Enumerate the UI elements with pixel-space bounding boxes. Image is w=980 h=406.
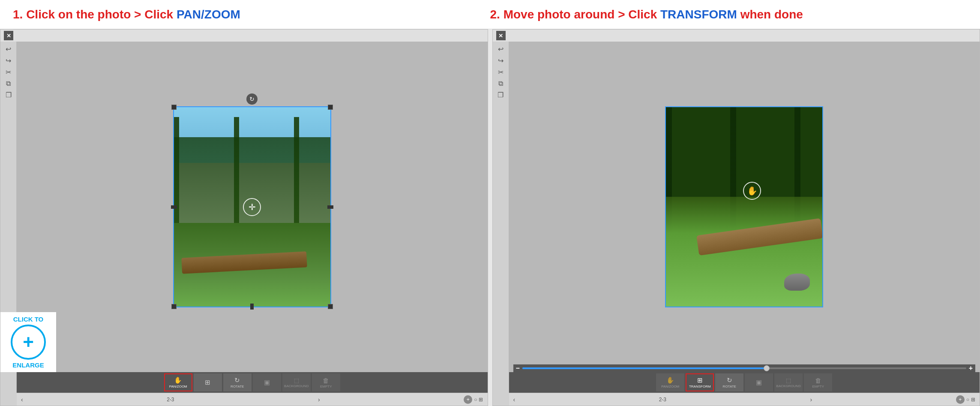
zoom-slider-bar: − +: [513, 364, 976, 372]
enlarge-circle[interactable]: +: [11, 325, 46, 360]
move-cursor-1: ✛: [243, 198, 261, 216]
enlarge-text-bottom: ENLARGE: [12, 361, 44, 369]
panel-divider: [488, 29, 492, 406]
step2-header: 2. Move photo around > Click TRANSFORM w…: [490, 8, 968, 21]
click-to-enlarge[interactable]: CLICK TO + ENLARGE: [0, 312, 56, 372]
pan-zoom-button[interactable]: ✋ PAN/ZOOM: [164, 373, 192, 391]
panel2-canvas[interactable]: ✋: [509, 42, 980, 372]
panel1-topbar: ✕: [0, 30, 488, 42]
pan-zoom-button-2[interactable]: ✋ PAN/ZOOM: [656, 373, 684, 391]
undo-icon[interactable]: ↩: [6, 45, 11, 53]
background-button-1[interactable]: ⬚ BACKGROUND: [282, 373, 311, 391]
zoom-fit-icon-1: ⊞: [479, 397, 483, 403]
pan-cursor-2: ✋: [743, 182, 761, 200]
handle-tr[interactable]: [328, 105, 333, 110]
enlarge-text-top: CLICK TO: [13, 316, 44, 323]
panel2-zoom-controls: + ○ ⊞: [956, 395, 975, 404]
step1-header: 1. Click on the photo > Click PAN/ZOOM: [13, 8, 490, 21]
panel2-bottom-toolbar: ✋ PAN/ZOOM ⊞ TRANSFORM ↻ ROTATE ▣ ⬚ B: [509, 372, 980, 393]
empty-button-1[interactable]: 🗑 EMPTY: [312, 373, 340, 391]
panel1-page-nav: ‹ 2-3 › + ○ ⊞: [17, 393, 488, 406]
crop-button-1[interactable]: ▣: [253, 373, 281, 391]
redo-icon[interactable]: ↪: [6, 57, 11, 65]
zoom-add-button-2[interactable]: +: [956, 395, 965, 404]
handle-br[interactable]: [328, 304, 333, 309]
panel1-canvas[interactable]: ↻ ✛: [17, 42, 488, 372]
panel1-zoom-controls: + ○ ⊞: [464, 395, 483, 404]
panel-2: ✕ ↩ ↪ ✂ ⧉ ❐: [492, 29, 980, 406]
empty-button-2[interactable]: 🗑 EMPTY: [804, 373, 832, 391]
zoom-plus-icon[interactable]: +: [969, 364, 975, 372]
slider-track[interactable]: [522, 367, 966, 369]
rotate-button-1[interactable]: ↻ ROTATE: [223, 373, 252, 391]
panel2-left-toolbar: ↩ ↪ ✂ ⧉ ❐: [493, 42, 509, 393]
panel2-close-button[interactable]: ✕: [496, 31, 506, 40]
background-button-2[interactable]: ⬚ BACKGROUND: [774, 373, 803, 391]
handle-tl[interactable]: [171, 105, 177, 110]
redo-icon-2[interactable]: ↪: [498, 57, 503, 65]
crop-button-2[interactable]: ▣: [745, 373, 773, 391]
copy-icon-2[interactable]: ⧉: [498, 80, 503, 87]
zoom-circle-icon-2: ○: [966, 397, 969, 403]
cut-icon-2[interactable]: ✂: [498, 68, 503, 76]
panel1-page-number: 2-3: [167, 397, 174, 403]
transform-button-1[interactable]: ⊞: [194, 373, 222, 391]
rotate-button-2[interactable]: ↻ ROTATE: [715, 373, 743, 391]
panel2-prev-arrow[interactable]: ‹: [513, 396, 515, 403]
panel2-next-arrow[interactable]: ›: [810, 396, 812, 403]
undo-icon-2[interactable]: ↩: [498, 45, 503, 53]
panel1-prev-arrow[interactable]: ‹: [21, 396, 23, 403]
rotate-handle-1[interactable]: ↻: [246, 93, 258, 105]
panel-1: ✕ ↩ ↪ ✂ ⧉ ❐: [0, 29, 488, 406]
copy-icon[interactable]: ⧉: [6, 80, 11, 87]
photo-frame-1[interactable]: ↻ ✛: [173, 106, 331, 307]
panel2-page-number: 2-3: [659, 397, 666, 403]
zoom-add-button-1[interactable]: +: [464, 395, 472, 404]
panel1-close-button[interactable]: ✕: [4, 31, 13, 40]
handle-bm[interactable]: [250, 304, 254, 310]
handle-ml[interactable]: [171, 205, 177, 209]
handle-mr[interactable]: [327, 205, 333, 209]
paste-icon-2[interactable]: ❐: [497, 91, 503, 99]
cut-icon[interactable]: ✂: [6, 68, 11, 76]
panel2-page-nav: ‹ 2-3 › + ○ ⊞: [509, 393, 980, 406]
slider-fill: [522, 367, 767, 369]
paste-icon[interactable]: ❐: [6, 91, 12, 99]
transform-button-2[interactable]: ⊞ TRANSFORM: [686, 373, 714, 391]
panel1-next-arrow[interactable]: ›: [318, 396, 320, 403]
handle-bl[interactable]: [171, 304, 177, 309]
zoom-fit-icon-2: ⊞: [971, 397, 975, 403]
panel2-topbar: ✕: [493, 30, 980, 42]
panel1-bottom-toolbar: ✋ PAN/ZOOM ⊞ ↻ ROTATE ▣ ⬚ BACKGROUND: [17, 372, 488, 393]
zoom-minus-icon[interactable]: −: [513, 364, 520, 372]
zoom-circle-icon-1: ○: [474, 397, 477, 403]
slider-thumb[interactable]: [764, 365, 770, 371]
photo-frame-2[interactable]: ✋: [665, 106, 823, 307]
